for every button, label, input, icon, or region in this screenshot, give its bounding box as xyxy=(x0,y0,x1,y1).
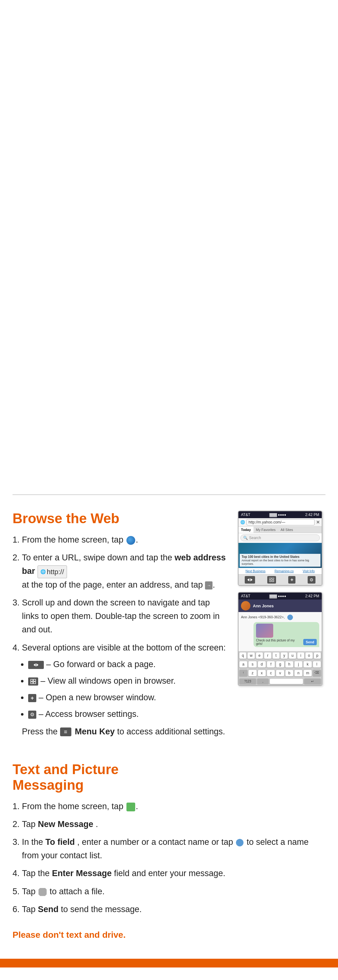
contact-picker-icon[interactable] xyxy=(287,614,293,620)
step3-text: Scroll up and down the screen to navigat… xyxy=(22,598,220,634)
key-w[interactable]: w xyxy=(247,652,255,659)
key-backspace[interactable]: ⌫ xyxy=(312,670,321,676)
phone1-search-bar: 🔍 Search xyxy=(239,533,322,543)
step2-text-before: To enter a URL, swipe down and tap the xyxy=(22,553,175,562)
key-g[interactable]: g xyxy=(276,661,284,668)
key-x[interactable]: x xyxy=(258,670,266,676)
bullet-windows: – View all windows open in browser. xyxy=(28,674,228,688)
msg-step4-suffix: field and enter your message. xyxy=(114,869,225,878)
menu-key-prefix: Press the xyxy=(22,727,60,736)
browse-step-1: From the home screen, tap . xyxy=(22,533,228,547)
url-bar-example: 🌐 http:// xyxy=(38,565,67,578)
to-field-label: To field xyxy=(45,837,75,847)
key-num[interactable]: ?123 xyxy=(239,678,256,684)
message-text-send: Check out this picture of my girls! Send xyxy=(256,639,317,646)
phone1-url-bar[interactable]: 🌐 http://m.yahoo.com/— ✕ xyxy=(239,518,322,527)
key-j[interactable]: j xyxy=(294,661,303,668)
key-u[interactable]: u xyxy=(289,652,296,659)
phone1-hero-image: Top 100 best cities in the United States… xyxy=(239,543,322,568)
phone1-windows-btn[interactable] xyxy=(267,576,276,584)
phone-screen-browser: AT&T ▓▓▓ ●●●● 2:42 PM 🌐 http://m.yahoo.c… xyxy=(238,511,322,586)
menu-key-label: Menu Key xyxy=(75,727,115,736)
phone1-settings-btn[interactable]: ⚙ xyxy=(308,576,316,584)
bullet-nav-arrows: – Go forward or back a page. xyxy=(28,658,228,671)
key-v[interactable]: v xyxy=(276,670,284,676)
menu-key-suffix: to access additional settings. xyxy=(117,727,225,736)
key-d[interactable]: d xyxy=(258,661,266,668)
keyboard-row-1: q w e r t y u i o p xyxy=(239,651,322,660)
browse-text-column: Browse the Web From the home screen, tap… xyxy=(13,511,228,743)
bullet-gear: ⚙ – Access browser settings. xyxy=(28,708,228,721)
svg-rect-4 xyxy=(269,578,271,579)
phone2-contact-bar: Ann Jones xyxy=(239,600,322,612)
key-l[interactable]: l xyxy=(312,661,321,668)
step4-text: Several options are visible at the botto… xyxy=(22,643,226,652)
link-visit-info[interactable]: Visit Info xyxy=(303,570,314,573)
messaging-app-icon xyxy=(126,803,135,811)
key-z[interactable]: z xyxy=(248,670,257,676)
tab-today[interactable]: Today xyxy=(239,527,254,533)
tab-all-sites[interactable]: All Sites xyxy=(278,527,296,533)
key-y[interactable]: y xyxy=(281,652,288,659)
search-icon: 🔍 xyxy=(243,536,248,540)
key-s[interactable]: s xyxy=(248,661,257,668)
key-k[interactable]: k xyxy=(303,661,312,668)
phone1-carrier: AT&T xyxy=(241,512,250,517)
msg-step3-suffix: , enter a number or a contact name or ta… xyxy=(77,837,236,847)
key-comma[interactable]: , xyxy=(257,678,268,684)
globe-icon xyxy=(126,536,135,545)
contact-name: Ann Jones xyxy=(253,604,274,608)
step1-text: From the home screen, tap xyxy=(22,535,126,544)
phone1-close-btn[interactable]: ✕ xyxy=(316,520,320,525)
phone1-new-window-btn[interactable]: + xyxy=(288,576,295,584)
key-shift[interactable]: ↑ xyxy=(239,670,247,676)
key-i[interactable]: i xyxy=(297,652,305,659)
phone1-back-forward-btn[interactable] xyxy=(245,576,255,584)
orange-footer-bar xyxy=(0,959,338,967)
browse-steps-list: From the home screen, tap . To enter a U… xyxy=(22,533,228,738)
link-next-business[interactable]: Next Business xyxy=(246,570,265,573)
key-n[interactable]: n xyxy=(294,670,303,676)
link-remaining[interactable]: Remaining.co xyxy=(274,570,293,573)
messaging-title: Text and Picture Messaging xyxy=(13,762,325,793)
svg-rect-3 xyxy=(33,682,36,684)
keyboard-row-4: ?123 , ↩ xyxy=(239,678,322,685)
contact-avatar xyxy=(241,601,250,611)
key-b[interactable]: b xyxy=(285,670,293,676)
search-placeholder: Search xyxy=(249,536,261,540)
send-button[interactable]: Send xyxy=(303,639,317,645)
tab-favorites[interactable]: My Favorites xyxy=(254,527,278,533)
key-m[interactable]: m xyxy=(303,670,312,676)
messaging-title-line1: Text and Picture xyxy=(13,762,119,777)
phone1-caption: Top 100 best cities in the United States… xyxy=(240,554,320,567)
key-a[interactable]: a xyxy=(239,661,247,668)
svg-rect-0 xyxy=(31,679,33,681)
key-enter[interactable]: ↩ xyxy=(304,678,321,684)
key-h[interactable]: h xyxy=(285,661,293,668)
msg-step1-text: From the home screen, tap xyxy=(22,802,126,811)
phone-screenshots-column: AT&T ▓▓▓ ●●●● 2:42 PM 🌐 http://m.yahoo.c… xyxy=(238,511,325,743)
key-o[interactable]: o xyxy=(305,652,312,659)
enter-message-label: Enter Message xyxy=(52,869,112,878)
phone2-time: 2:42 PM xyxy=(305,594,319,598)
msg-step3-prefix: In the xyxy=(22,837,45,847)
new-message-label: New Message xyxy=(38,819,93,829)
key-t[interactable]: t xyxy=(272,652,280,659)
phone1-search-input[interactable]: 🔍 Search xyxy=(240,535,320,541)
key-e[interactable]: e xyxy=(256,652,263,659)
key-q[interactable]: q xyxy=(239,652,247,659)
key-c[interactable]: c xyxy=(267,670,275,676)
key-p[interactable]: p xyxy=(314,652,321,659)
content-area: Browse the Web From the home screen, tap… xyxy=(0,495,338,959)
phone2-carrier: AT&T xyxy=(241,594,250,598)
phone1-caption-title: Top 100 best cities in the United States xyxy=(242,555,300,558)
phone1-url-input[interactable]: http://m.yahoo.com/— xyxy=(247,519,314,525)
keyboard-row-3: ↑ z x c v b n m ⌫ xyxy=(239,669,322,678)
key-r[interactable]: r xyxy=(264,652,271,659)
bullet-nav-text: – Go forward or back a page. xyxy=(46,660,156,669)
key-space[interactable] xyxy=(269,678,303,684)
to-field-text: Ann Jones <919-360-3622>, xyxy=(241,615,284,619)
msg-step4-prefix: Tap the xyxy=(22,869,52,878)
key-f[interactable]: f xyxy=(267,661,275,668)
arrow-symbol: → xyxy=(207,582,211,589)
